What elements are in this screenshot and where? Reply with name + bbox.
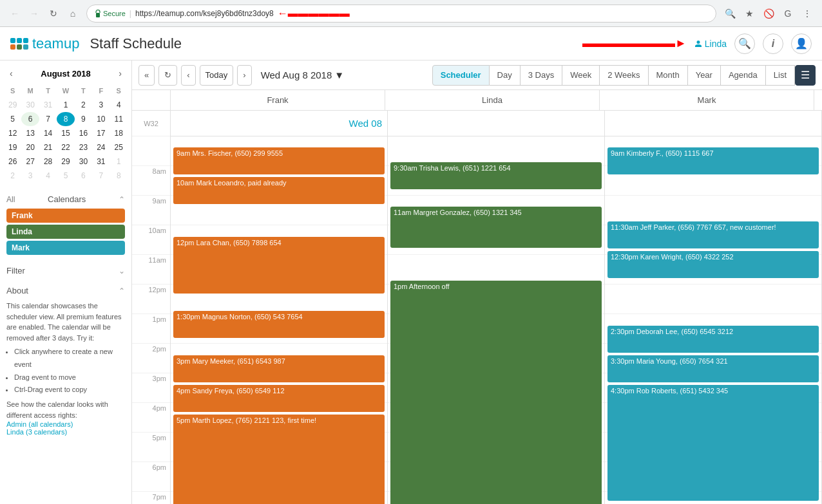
cal-day[interactable]: 30 (75, 154, 92, 169)
linda-event-1[interactable]: 9:30am Trisha Lewis, (651) 1221 654 (390, 162, 602, 189)
cal-day[interactable]: 5 (57, 169, 74, 183)
scheduler-view-btn[interactable]: Scheduler (432, 65, 490, 86)
home-button[interactable]: ⌂ (64, 5, 81, 22)
search-icon-button[interactable]: 🔍 (734, 33, 755, 54)
two-weeks-view-btn[interactable]: 2 Weeks (600, 65, 648, 86)
mark-event-4[interactable]: 2:30pm Deborah Lee, (650) 6545 3212 (607, 326, 819, 353)
forward-button[interactable]: → (26, 5, 43, 22)
mini-cal-prev[interactable]: ‹ (6, 67, 16, 80)
frank-event-3[interactable]: 12pm Lara Chan, (650) 7898 654 (173, 237, 385, 294)
frank-event-5[interactable]: 3pm Mary Meeker, (651) 6543 987 (173, 355, 385, 382)
user-link[interactable]: Linda (694, 39, 727, 49)
back-button[interactable]: ← (6, 5, 23, 22)
frank-column[interactable]: Wed 08 (171, 111, 388, 504)
linda-event-2[interactable]: 11am Margret Gonzalez, (650) 1321 345 (390, 207, 602, 248)
calendar-frank[interactable]: Frank (6, 209, 125, 223)
cal-day[interactable]: 24 (92, 140, 110, 154)
cal-day[interactable]: 9 (75, 112, 92, 126)
cal-day[interactable]: 1 (57, 98, 74, 112)
cal-day[interactable]: 11 (110, 112, 128, 126)
menu-button[interactable]: ☰ (795, 65, 816, 86)
admin-link[interactable]: Admin (all calendars) (6, 420, 73, 428)
cal-day[interactable]: 28 (39, 154, 57, 169)
day-view-btn[interactable]: Day (490, 65, 521, 86)
scheduler-body[interactable]: W32 8am 9am 10am 11am 12pm 1pm 2pm 3pm 4… (132, 111, 822, 504)
linda-link[interactable]: Linda (3 calendars) (6, 428, 67, 436)
frank-event-4[interactable]: 1:30pm Magnus Norton, (650) 543 7654 (173, 311, 385, 338)
refresh-button[interactable]: ↻ (158, 65, 177, 86)
mark-event-2[interactable]: 11:30am Jeff Parker, (656) 7767 657, new… (607, 221, 819, 248)
cal-day[interactable]: 6 (75, 169, 92, 183)
mark-event-6[interactable]: 4:30pm Rob Roberts, (651) 5432 345 (607, 385, 819, 501)
account-icon-button[interactable]: 👤 (791, 33, 812, 54)
cal-day[interactable]: 20 (21, 140, 39, 154)
calendar-linda[interactable]: Linda (6, 225, 125, 239)
mark-event-3[interactable]: 12:30pm Karen Wright, (650) 4322 252 (607, 251, 819, 278)
cal-day[interactable]: 26 (4, 154, 21, 169)
info-icon-button[interactable]: i (763, 33, 783, 54)
cal-day[interactable]: 2 (75, 98, 92, 112)
frank-event-7[interactable]: 5pm Marth Lopez, (765) 2121 123, first t… (173, 415, 385, 504)
cal-day[interactable]: 16 (75, 126, 92, 140)
profile-button[interactable]: G (779, 5, 796, 22)
mark-column[interactable]: 9am Kimberly F., (650) 1115 667 11:30am … (605, 111, 822, 504)
frank-event-1[interactable]: 9am Mrs. Fischer, (650) 299 9555 (173, 147, 385, 174)
refresh-button[interactable]: ↻ (45, 5, 62, 22)
today-button[interactable]: Today (200, 65, 234, 86)
filter-header[interactable]: Filter ⌄ (6, 263, 125, 278)
cal-day[interactable]: 7 (39, 112, 57, 126)
cal-day[interactable]: 3 (21, 169, 39, 183)
cal-day[interactable]: 5 (4, 112, 21, 126)
prev-prev-button[interactable]: « (139, 65, 155, 86)
mini-cal-next[interactable]: › (115, 67, 125, 80)
menu-dots[interactable]: ⋮ (799, 5, 816, 22)
extension-button[interactable]: 🚫 (760, 5, 777, 22)
cal-day[interactable]: 8 (110, 169, 128, 183)
agenda-view-btn[interactable]: Agenda (721, 65, 766, 86)
cal-day[interactable]: 10 (92, 112, 110, 126)
calendars-header[interactable]: All Calendars ⌃ (6, 192, 125, 207)
list-view-btn[interactable]: List (766, 65, 795, 86)
cal-day[interactable]: 17 (92, 126, 110, 140)
cal-day[interactable]: 27 (21, 154, 39, 169)
frank-event-2[interactable]: 10am Mark Leoandro, paid already (173, 177, 385, 204)
cal-day[interactable]: 31 (92, 154, 110, 169)
cal-day[interactable]: 3 (92, 98, 110, 112)
cal-day[interactable]: 2 (4, 169, 21, 183)
about-header[interactable]: About ⌃ (6, 283, 125, 298)
cal-day[interactable]: 13 (21, 126, 39, 140)
cal-day[interactable]: 4 (39, 169, 57, 183)
cal-day[interactable]: 31 (39, 98, 57, 112)
cal-day[interactable]: 29 (4, 98, 21, 112)
cal-day[interactable]: 1 (110, 154, 128, 169)
week-view-btn[interactable]: Week (562, 65, 600, 86)
bookmark-button[interactable]: ★ (741, 5, 758, 22)
linda-event-3[interactable]: 1pm Afternoon off (390, 281, 602, 504)
date-display[interactable]: Wed Aug 8 2018 ▼ (256, 70, 350, 80)
mark-event-1[interactable]: 9am Kimberly F., (650) 1115 667 (607, 147, 819, 174)
year-view-btn[interactable]: Year (688, 65, 721, 86)
cal-day[interactable]: 22 (57, 140, 74, 154)
cal-day[interactable]: 29 (57, 154, 74, 169)
cal-day[interactable]: 19 (4, 140, 21, 154)
cal-day[interactable]: 21 (39, 140, 57, 154)
cal-day[interactable]: 4 (110, 98, 128, 112)
month-view-btn[interactable]: Month (649, 65, 688, 86)
cal-day-today[interactable]: 8 (57, 112, 74, 126)
linda-column[interactable]: 9:30am Trisha Lewis, (651) 1221 654 11am… (388, 111, 605, 504)
three-days-view-btn[interactable]: 3 Days (521, 65, 562, 86)
zoom-button[interactable]: 🔍 (722, 5, 738, 22)
next-button[interactable]: › (237, 65, 251, 86)
cal-day[interactable]: 18 (110, 126, 128, 140)
cal-day[interactable]: 30 (21, 98, 39, 112)
cal-day[interactable]: 6 (21, 112, 39, 126)
cal-day[interactable]: 23 (75, 140, 92, 154)
address-bar[interactable]: Secure | https://teamup.com/ksej8y6bd6tn… (86, 5, 716, 23)
cal-day[interactable]: 25 (110, 140, 128, 154)
cal-day[interactable]: 7 (92, 169, 110, 183)
mark-event-5[interactable]: 3:30pm Maria Young, (650) 7654 321 (607, 355, 819, 382)
prev-button[interactable]: ‹ (181, 65, 195, 86)
cal-day[interactable]: 14 (39, 126, 57, 140)
cal-day[interactable]: 15 (57, 126, 74, 140)
cal-day[interactable]: 12 (4, 126, 21, 140)
